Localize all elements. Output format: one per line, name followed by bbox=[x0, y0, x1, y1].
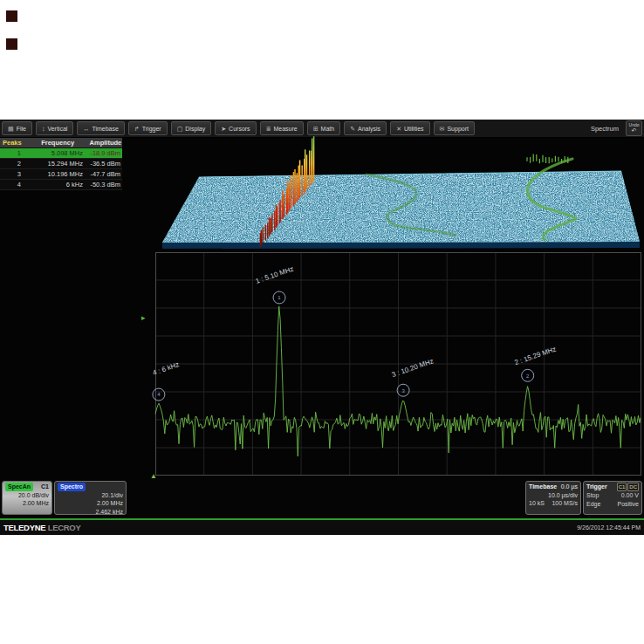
peak-marker-number: 1 bbox=[277, 295, 281, 300]
menu-label: Trigger bbox=[142, 126, 161, 132]
display-icon: ▢ bbox=[177, 126, 183, 132]
spectro-rbw: 2.462 kHz bbox=[58, 508, 123, 517]
menu-label: File bbox=[17, 126, 26, 132]
trigger-source: C1 bbox=[617, 483, 627, 491]
spectrogram-front-edge bbox=[162, 242, 640, 249]
trigger-position-indicator[interactable]: ▲ bbox=[150, 473, 157, 480]
trigger-icon: ↱ bbox=[134, 126, 140, 132]
timebase-label: Timebase bbox=[529, 483, 557, 491]
file-icon: ▤ bbox=[8, 126, 14, 132]
analysis-icon: ✎ bbox=[350, 126, 355, 132]
timebase-rate: 100 MS/s bbox=[552, 499, 578, 508]
trigger-label: Trigger bbox=[586, 483, 607, 491]
measure-icon: ≣ bbox=[266, 126, 271, 132]
menu-analysis[interactable]: ✎Analysis bbox=[344, 121, 387, 135]
menu-label: Analysis bbox=[358, 126, 380, 132]
menu-label: Timebase bbox=[92, 126, 118, 132]
spectro-scale: 20.1/div bbox=[58, 491, 123, 500]
brand-lecroy: LECROY bbox=[48, 523, 81, 532]
peak-marker-number: 3 bbox=[401, 388, 405, 394]
timebase-samples: 10 kS bbox=[529, 499, 545, 508]
specan-span: 2.00 MHz bbox=[5, 499, 49, 508]
menu-vertical[interactable]: ↕Vertical bbox=[36, 121, 73, 135]
peak-label-1: 1 : 5.10 MHz bbox=[255, 265, 295, 285]
mode-label: Spectrum bbox=[591, 125, 619, 133]
menu-label: Measure bbox=[274, 126, 298, 132]
menu-label: Display bbox=[185, 126, 205, 132]
specan-badge: SpecAn bbox=[5, 483, 33, 491]
trigger-coupling: DC bbox=[627, 483, 639, 491]
peak-label-2: 2 : 15.29 MHz bbox=[513, 345, 557, 367]
status-bar: SpecAn C1 20.0 dB/div 2.00 MHz Spectro 2… bbox=[0, 480, 644, 517]
menu-display[interactable]: ▢Display bbox=[171, 121, 212, 135]
menu-bar: ▤File↕Vertical↔Timebase↱Trigger▢Display➤… bbox=[0, 120, 644, 138]
specan-descriptor-box[interactable]: SpecAn C1 20.0 dB/div 2.00 MHz bbox=[2, 481, 52, 515]
timebase-offset: 0.0 µs bbox=[561, 483, 578, 491]
timestamp: 9/26/2012 12:45:44 PM bbox=[577, 524, 644, 531]
menu-label: Support bbox=[447, 126, 469, 132]
specan-scale: 20.0 dB/div bbox=[5, 491, 49, 500]
green-ridge-spikes bbox=[527, 154, 568, 164]
spectrum-plot[interactable]: 11 : 5.10 MHz22 : 15.29 MHz33 : 10.20 MH… bbox=[155, 252, 641, 476]
support-icon: ✉ bbox=[440, 126, 445, 132]
menu-cursors[interactable]: ➤Cursors bbox=[215, 121, 256, 135]
timebase-scale: 10.0 µs/div bbox=[529, 491, 578, 500]
timebase-box[interactable]: Timebase 0.0 µs 10.0 µs/div 10 kS 100 MS… bbox=[525, 481, 581, 515]
trigger-box[interactable]: Trigger C1 DC Stop 0.00 V Edge Positive bbox=[583, 481, 642, 515]
page-canvas: ▤File↕Vertical↔Timebase↱Trigger▢Display➤… bbox=[0, 0, 644, 644]
math-icon: ⊞ bbox=[313, 126, 319, 132]
vertical-icon: ↕ bbox=[42, 126, 45, 132]
peak-marker-number: 4 bbox=[157, 392, 161, 397]
brand-logo: TELEDYNE LECROY bbox=[0, 523, 80, 532]
menu-file[interactable]: ▤File bbox=[2, 121, 32, 135]
menu-right: Spectrum Undo ↶ bbox=[591, 120, 644, 136]
menu-utilities[interactable]: ✕Utilities bbox=[390, 121, 429, 135]
menu-math[interactable]: ⊞Math bbox=[307, 121, 340, 135]
spectrogram-3d-view bbox=[0, 138, 644, 253]
trigger-type: Edge bbox=[586, 500, 600, 509]
spectro-span: 2.00 MHz bbox=[58, 499, 123, 508]
trigger-mode: Stop bbox=[586, 491, 599, 500]
trigger-source-badges: C1 DC bbox=[617, 483, 639, 491]
footer-bar: TELEDYNE LECROY 9/26/2012 12:45:44 PM bbox=[0, 520, 644, 535]
cursors-icon: ➤ bbox=[221, 126, 226, 132]
menu-items: ▤File↕Vertical↔Timebase↱Trigger▢Display➤… bbox=[0, 121, 475, 135]
menu-timebase[interactable]: ↔Timebase bbox=[77, 121, 124, 135]
menu-label: Cursors bbox=[229, 126, 250, 132]
menu-measure[interactable]: ≣Measure bbox=[260, 121, 304, 135]
corner-mark-bottom bbox=[6, 38, 17, 50]
spectro-badge: Spectro bbox=[58, 483, 86, 491]
menu-label: Math bbox=[321, 126, 335, 132]
spectro-descriptor-box[interactable]: Spectro 20.1/div 2.00 MHz 2.462 kHz bbox=[54, 481, 127, 515]
peak-label-3: 3 : 10.20 MHz bbox=[391, 357, 435, 379]
timebase-icon: ↔ bbox=[83, 126, 89, 132]
undo-icon: ↶ bbox=[632, 127, 637, 134]
menu-trigger[interactable]: ↱Trigger bbox=[128, 121, 168, 135]
specan-channel: C1 bbox=[41, 483, 49, 491]
trigger-level: 0.00 V bbox=[621, 491, 639, 500]
trigger-slope: Positive bbox=[617, 500, 639, 509]
brand-teledyne: TELEDYNE bbox=[3, 523, 45, 532]
peak-marker-number: 2 bbox=[526, 373, 530, 379]
menu-label: Utilities bbox=[404, 126, 424, 132]
oscilloscope-screen: ▤File↕Vertical↔Timebase↱Trigger▢Display➤… bbox=[0, 120, 644, 535]
utilities-icon: ✕ bbox=[396, 126, 401, 132]
menu-support[interactable]: ✉Support bbox=[434, 121, 475, 135]
trace-position-indicator[interactable]: ▸ bbox=[141, 314, 146, 322]
corner-mark-top bbox=[6, 10, 17, 22]
undo-button[interactable]: Undo ↶ bbox=[626, 120, 642, 136]
menu-label: Vertical bbox=[47, 126, 67, 132]
